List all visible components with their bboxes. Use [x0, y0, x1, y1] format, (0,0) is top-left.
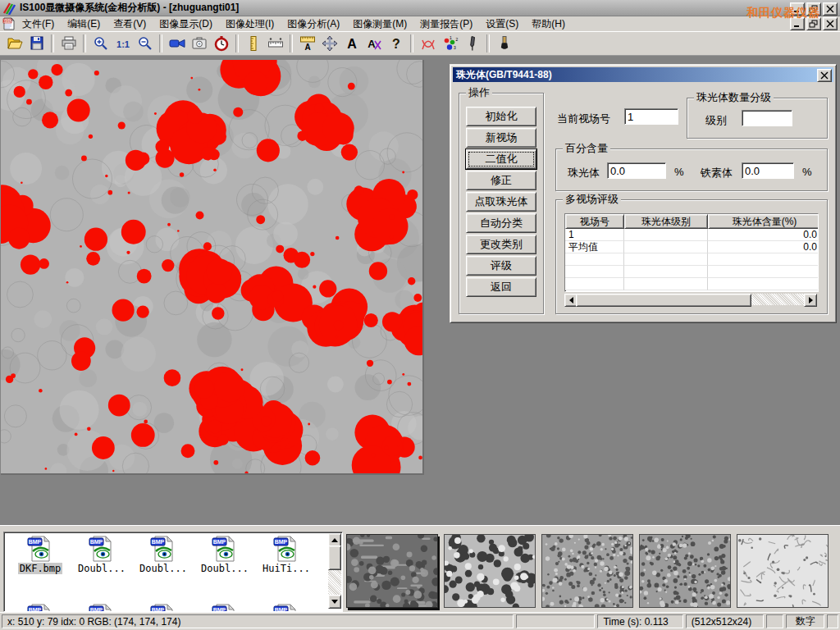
thumbnail-3[interactable]	[541, 534, 633, 608]
file-item-4[interactable]: BMPDoubl...	[195, 535, 254, 574]
file-list-scrollbar[interactable]	[328, 533, 341, 609]
rating-table[interactable]: 视场号珠光体级别珠光体含量(%)铁素体含量(%)10.0平均值0.0	[564, 213, 819, 292]
file-list[interactable]: BMPDKF.bmpBMPDoubl...BMPDoubl...BMPDoubl…	[3, 532, 343, 612]
thumbnail-1[interactable]	[346, 534, 438, 608]
toolbar-zoom-out-button[interactable]	[134, 33, 156, 54]
menu-item-7[interactable]: 图像测量(M)	[346, 16, 413, 32]
op-button-3[interactable]: 二值化	[466, 149, 536, 169]
table-row[interactable]: 平均值0.0	[565, 241, 819, 253]
menu-item-10[interactable]: 帮助(H)	[525, 16, 572, 32]
bmp-file-icon: BMP	[149, 603, 177, 612]
table-horizontal-scrollbar[interactable]	[564, 294, 817, 305]
table-row[interactable]	[565, 278, 819, 290]
op-button-8[interactable]: 评级	[466, 256, 536, 276]
close-button[interactable]	[823, 2, 838, 16]
op-button-2[interactable]: 新视场	[466, 128, 536, 148]
toolbar-ruler-horizontal-button[interactable]	[264, 33, 286, 54]
pearlite-label: 珠光体	[568, 166, 600, 180]
print-icon	[61, 35, 77, 52]
dialog-title: 珠光体(GB/T9441-88)	[456, 68, 552, 82]
toolbar-timer-button[interactable]	[210, 33, 232, 54]
thumbnail-4[interactable]	[639, 534, 731, 608]
scrollbar-thumb[interactable]	[576, 294, 751, 307]
mdi-workspace: 珠光体(GB/T9441-88) 操作 初始化新视场二值化修正点取珠光体自动分类…	[0, 56, 840, 525]
op-button-5[interactable]: 点取珠光体	[466, 192, 536, 212]
file-item-row2-5[interactable]: BMP	[257, 603, 316, 612]
table-row[interactable]	[565, 266, 819, 278]
menu-item-5[interactable]: 图像处理(I)	[219, 16, 281, 32]
toolbar-ruler-vertical-button[interactable]	[242, 33, 264, 54]
op-button-7[interactable]: 更改类别	[466, 235, 536, 254]
table-row[interactable]	[565, 253, 819, 266]
scroll-down-button[interactable]	[328, 595, 341, 609]
file-item-row2-1[interactable]: BMP	[11, 603, 70, 612]
op-button-9[interactable]: 返回	[466, 277, 536, 297]
menu-item-2[interactable]: 编辑(E)	[61, 16, 107, 32]
toolbar-text-button[interactable]: A	[340, 33, 363, 54]
menu-item-9[interactable]: 设置(S)	[479, 16, 525, 32]
mode-panel: 数字	[786, 614, 824, 628]
toolbar-text-delete-button[interactable]: A	[363, 33, 385, 54]
toolbar-curve-button[interactable]	[417, 33, 439, 54]
toolbar-help-button[interactable]: ?	[385, 33, 407, 54]
table-row[interactable]: 10.0	[565, 229, 819, 241]
op-button-6[interactable]: 自动分类	[466, 213, 536, 233]
toolbar-class-points-button[interactable]: 123	[439, 33, 461, 54]
table-header-2[interactable]: 珠光体级别	[624, 214, 708, 229]
file-item-3[interactable]: BMPDoubl...	[134, 535, 193, 574]
mdi-close-button[interactable]	[823, 17, 838, 30]
scroll-right-button[interactable]	[804, 294, 817, 307]
file-item-1[interactable]: BMPDKF.bmp	[11, 535, 70, 574]
menu-item-4[interactable]: 图像显示(D)	[153, 16, 219, 32]
op-button-4[interactable]: 修正	[466, 171, 536, 190]
toolbar-separator	[290, 34, 293, 52]
svg-text:BMP: BMP	[213, 539, 226, 545]
dialog-close-button[interactable]	[817, 69, 832, 82]
current-field-label: 当前视场号	[557, 112, 610, 126]
toolbar-video-camera-button[interactable]	[166, 33, 188, 54]
menu-item-1[interactable]: 文件(F)	[16, 16, 61, 32]
file-item-5[interactable]: BMPHuiTi...	[257, 535, 316, 574]
menu-item-6[interactable]: 图像分析(A)	[281, 16, 346, 32]
toolbar-zoom-in-button[interactable]	[89, 33, 112, 54]
menu-item-3[interactable]: 查看(V)	[107, 16, 153, 32]
toolbar-brush-button[interactable]	[493, 33, 515, 54]
table-header-1[interactable]: 视场号	[565, 214, 624, 229]
table-cell: 1	[565, 229, 624, 241]
pearlite-percent-sign: %	[674, 166, 684, 178]
svg-text:2: 2	[455, 37, 458, 42]
ferrite-percent-sign: %	[802, 166, 812, 178]
bmp-file-icon: BMP	[26, 603, 54, 612]
ferrite-percent-input[interactable]	[742, 162, 794, 179]
table-header-3[interactable]: 珠光体含量(%)	[708, 214, 819, 229]
file-name: Doubl...	[76, 563, 127, 574]
svg-text:A: A	[347, 37, 357, 51]
file-item-row2-2[interactable]: BMP	[72, 603, 131, 612]
dialog-title-bar[interactable]: 珠光体(GB/T9441-88)	[453, 67, 833, 82]
level-input[interactable]	[742, 110, 792, 126]
table-cell: 0.0	[708, 241, 819, 253]
toolbar-move-button[interactable]	[318, 33, 340, 54]
metallographic-image[interactable]	[1, 60, 424, 475]
thumbnail-5[interactable]	[737, 534, 829, 608]
file-item-row2-4[interactable]: BMP	[195, 603, 254, 612]
toolbar-photo-camera-button[interactable]	[188, 33, 210, 54]
menu-item-8[interactable]: 测量报告(P)	[413, 16, 479, 32]
file-item-row2-3[interactable]: BMP	[134, 603, 193, 612]
scrollbar-thumb[interactable]	[328, 546, 341, 570]
close-icon	[825, 20, 835, 28]
pearlite-percent-input[interactable]	[607, 162, 666, 179]
current-field-input[interactable]	[624, 108, 678, 125]
thumbnail-2[interactable]	[444, 534, 536, 608]
toolbar-print-button[interactable]	[57, 33, 80, 54]
file-item-2[interactable]: BMPDoubl...	[72, 535, 131, 574]
toolbar-one-to-one-button[interactable]: 1:1	[112, 33, 134, 54]
bmp-file-icon: BMP	[211, 603, 239, 612]
toolbar-ruler-text-button[interactable]: A	[296, 33, 318, 54]
toolbar-open-button[interactable]	[3, 33, 25, 54]
toolbar-save-button[interactable]	[25, 33, 48, 54]
toolbar-pen-button[interactable]	[461, 33, 483, 54]
table-cell	[708, 266, 819, 278]
arrow-left-icon	[566, 297, 573, 304]
op-button-1[interactable]: 初始化	[466, 107, 536, 126]
